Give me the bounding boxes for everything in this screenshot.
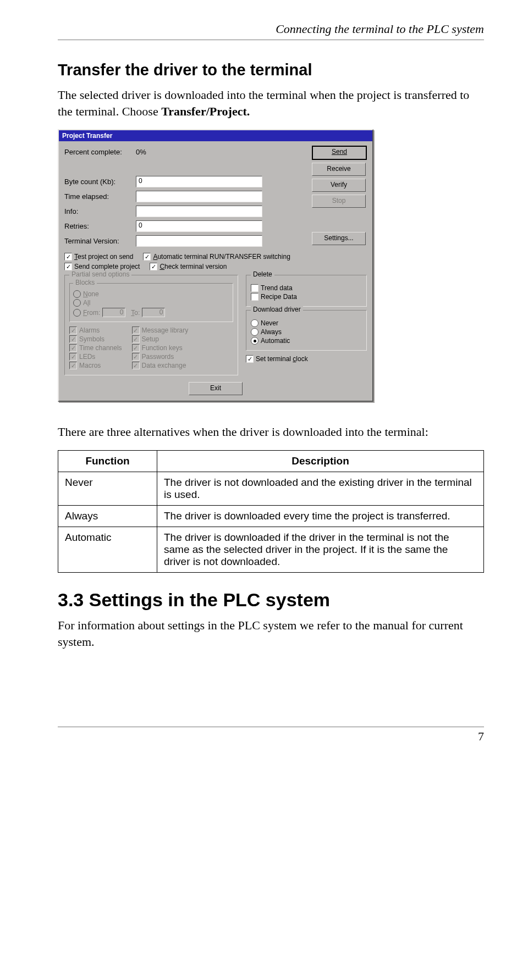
bytecount-label: Byte count (Kb):: [64, 178, 136, 186]
cell-desc: The driver is downloaded if the driver i…: [157, 527, 484, 573]
cell-fn: Never: [58, 472, 157, 506]
to-field[interactable]: 0: [142, 308, 165, 317]
section-title: Transfer the driver to the terminal: [58, 61, 484, 79]
download-never-radio[interactable]: Never: [251, 319, 362, 327]
download-automatic-radio[interactable]: Automatic: [251, 337, 362, 345]
stop-button[interactable]: Stop: [312, 195, 366, 208]
alternatives-table: Function Description Never The driver is…: [58, 450, 484, 573]
info-label: Info:: [64, 207, 136, 215]
settings-label: Settings...: [324, 234, 353, 242]
delete-legend: Delete: [251, 270, 274, 278]
bytecount-field[interactable]: 0: [136, 176, 262, 187]
verify-label: Verify: [331, 181, 347, 189]
retries-label: Retries:: [64, 222, 136, 230]
stop-label: Stop: [332, 197, 346, 204]
macros-checkbox[interactable]: ✓Macros: [69, 362, 122, 369]
blocks-from-radio[interactable]: From: 0 To: 0: [73, 308, 229, 317]
partial-send-fieldset: Partial send options Blocks None All Fro…: [64, 275, 238, 375]
from-field[interactable]: 0: [102, 308, 125, 317]
table-row: Automatic The driver is downloaded if th…: [58, 527, 484, 573]
blocks-legend: Blocks: [73, 279, 97, 286]
retries-field[interactable]: 0: [136, 220, 262, 232]
percent-value: 0%: [136, 148, 146, 156]
send-label: Send: [332, 148, 347, 156]
exit-button[interactable]: Exit: [189, 382, 243, 395]
running-head: Connecting the terminal to the PLC syste…: [58, 22, 484, 40]
heading-3-3: 3.3 Settings in the PLC system: [58, 589, 484, 611]
cell-fn: Always: [58, 506, 157, 527]
download-always-radio[interactable]: Always: [251, 328, 362, 336]
passwords-checkbox[interactable]: ✓Passwords: [132, 353, 189, 361]
para-1a: The selected driver is downloaded into t…: [58, 88, 469, 118]
recipe-data-checkbox[interactable]: Recipe Data: [251, 293, 362, 301]
settings-button[interactable]: Settings...: [312, 232, 366, 245]
alarms-checkbox[interactable]: ✓Alarms: [69, 326, 122, 334]
send-complete-checkbox[interactable]: ✓Send complete project: [64, 263, 140, 270]
leds-checkbox[interactable]: ✓LEDs: [69, 353, 122, 361]
termver-label: Terminal Version:: [64, 237, 136, 245]
test-on-send-checkbox[interactable]: ✓TTest project on sendest project on sen…: [64, 253, 133, 261]
blocks-none-radio[interactable]: None: [73, 290, 229, 298]
termver-field[interactable]: [136, 235, 262, 247]
blocks-group: Blocks None All From: 0 To: 0: [69, 283, 233, 322]
blocks-all-radio[interactable]: All: [73, 299, 229, 307]
check-version-checkbox[interactable]: ✓Check terminal version: [150, 263, 227, 270]
timeelapsed-field[interactable]: [136, 191, 262, 202]
section-para-1: The selected driver is downloaded into t…: [58, 87, 484, 119]
info-field[interactable]: [136, 206, 262, 217]
table-row: Always The driver is downloaded every ti…: [58, 506, 484, 527]
receive-button[interactable]: Receive: [312, 163, 366, 176]
trend-data-checkbox[interactable]: Trend data: [251, 284, 362, 292]
cell-desc: The driver is not downloaded and the exi…: [157, 472, 484, 506]
download-driver-fieldset: Download driver Never Always Automatic: [246, 310, 367, 351]
cell-desc: The driver is downloaded every time the …: [157, 506, 484, 527]
para-1b: Transfer/Project.: [161, 104, 250, 118]
page-number: 7: [478, 729, 484, 744]
th-description: Description: [157, 451, 484, 472]
section-para-2: There are three alternatives when the dr…: [58, 424, 484, 440]
download-legend: Download driver: [251, 306, 303, 313]
th-function: Function: [58, 451, 157, 472]
para-3-3: For information about settings in the PL…: [58, 617, 484, 650]
verify-button[interactable]: Verify: [312, 179, 366, 192]
fkeys-checkbox[interactable]: ✓Function keys: [132, 344, 189, 352]
setup-checkbox[interactable]: ✓Setup: [132, 335, 189, 343]
timechannels-checkbox[interactable]: ✓Time channels: [69, 344, 122, 352]
send-button[interactable]: Send: [312, 146, 367, 160]
auto-switching-checkbox[interactable]: ✓Automatic terminal RUN/TRANSFER switchi…: [143, 253, 290, 261]
symbols-checkbox[interactable]: ✓Symbols: [69, 335, 122, 343]
receive-label: Receive: [327, 165, 350, 173]
delete-fieldset: Delete Trend data Recipe Data: [246, 275, 367, 307]
project-transfer-dialog: Project Transfer Percent complete: 0% By…: [58, 129, 373, 402]
dataexchange-checkbox[interactable]: ✓Data exchange: [132, 362, 189, 369]
dialog-titlebar[interactable]: Project Transfer: [59, 130, 372, 141]
cell-fn: Automatic: [58, 527, 157, 573]
set-terminal-clock-checkbox[interactable]: ✓Set terminal clock: [246, 355, 367, 363]
table-row: Never The driver is not downloaded and t…: [58, 472, 484, 506]
partial-legend: Partial send options: [69, 270, 131, 278]
percent-label: Percent complete:: [64, 148, 136, 156]
timeelapsed-label: Time elapsed:: [64, 192, 136, 201]
msglib-checkbox[interactable]: ✓Message library: [132, 326, 189, 334]
